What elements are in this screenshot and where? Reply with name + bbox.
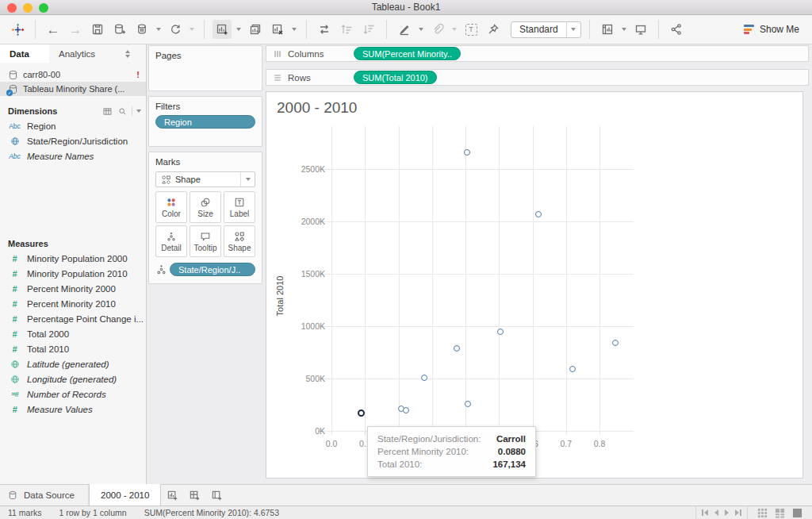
presentation-mode-button[interactable] — [631, 20, 650, 39]
undo-back-button[interactable]: ← — [44, 20, 63, 39]
show-me-button[interactable]: Show Me — [744, 24, 804, 35]
pause-auto-updates-dropdown[interactable] — [156, 28, 161, 31]
show-me-label: Show Me — [760, 24, 799, 35]
sheet-tab-2000-2010[interactable]: 2000 - 2010 — [89, 484, 161, 506]
measure-item[interactable]: #Total 2000 — [0, 326, 146, 341]
next-page-button[interactable] — [725, 509, 729, 516]
new-dashboard-tab-button[interactable] — [183, 485, 205, 506]
fix-axes-pin-button[interactable] — [484, 20, 503, 39]
previous-page-button[interactable] — [714, 509, 718, 516]
measure-item[interactable]: Latitude (generated) — [0, 356, 146, 371]
y-gridline — [318, 169, 634, 170]
tab-data-source[interactable]: Data Source — [0, 485, 89, 506]
x-gridline — [331, 126, 332, 435]
toolbar-separator — [306, 20, 307, 39]
scatter-point[interactable] — [612, 340, 619, 346]
plot-area[interactable]: 0.00.10.20.30.40.50.60.70.80K500K1000K15… — [266, 92, 802, 478]
measure-item[interactable]: #Percentage Point Change i... — [0, 311, 146, 326]
shape-button[interactable]: Shape — [224, 225, 255, 257]
run-update-dropdown[interactable] — [190, 28, 194, 31]
mark-type-caret[interactable] — [240, 172, 255, 186]
show-hide-cards-button[interactable] — [598, 20, 617, 39]
find-field-search-icon[interactable] — [117, 106, 128, 117]
highlight-button[interactable] — [395, 20, 414, 39]
scatter-point[interactable] — [535, 211, 542, 217]
scatter-point[interactable] — [421, 375, 427, 381]
new-worksheet-tab-button[interactable] — [161, 485, 183, 506]
filter-pill-region[interactable]: Region — [155, 115, 255, 129]
measure-item[interactable]: #Total 2010 — [0, 341, 146, 356]
save-button[interactable] — [88, 20, 107, 39]
measure-item[interactable]: #Minority Population 2010 — [0, 266, 146, 281]
x-axis-tick-label: 0.8 — [588, 439, 611, 448]
detail-pill-state-region[interactable]: State/Region/J.. — [170, 263, 255, 276]
datasource-item-selected[interactable]: ✓ Tableau Minority Share (... — [0, 82, 146, 96]
first-page-button[interactable] — [702, 509, 708, 516]
clear-sheet-button[interactable] — [268, 20, 287, 39]
measure-item[interactable]: =#Number of Records — [0, 386, 146, 402]
datasource-item[interactable]: carr80-00 ! — [0, 67, 146, 82]
run-update-refresh-button[interactable] — [166, 20, 185, 39]
measure-item[interactable]: #Minority Population 2000 — [0, 251, 146, 266]
dimensions-menu-caret[interactable] — [136, 110, 141, 113]
scatter-point-selected[interactable] — [358, 409, 365, 417]
show-mark-labels-button[interactable]: T — [462, 20, 481, 39]
marks-count: 11 marks — [8, 508, 41, 517]
dimensions-header: Dimensions — [0, 104, 146, 118]
scatter-point[interactable] — [497, 329, 504, 335]
detail-button[interactable]: Detail — [155, 225, 187, 257]
new-worksheet-dropdown[interactable] — [236, 28, 241, 31]
new-story-tab-button[interactable] — [205, 485, 228, 506]
new-data-source-button[interactable] — [110, 20, 129, 39]
fit-mode-caret[interactable] — [566, 22, 580, 37]
highlight-dropdown[interactable] — [419, 28, 423, 31]
show-whole-view-button[interactable] — [788, 508, 806, 518]
group-members-icon[interactable] — [428, 20, 447, 39]
swap-rows-columns-button[interactable] — [315, 20, 334, 39]
fit-mode-select[interactable]: Standard — [511, 21, 581, 38]
pane-sort-icon[interactable] — [125, 50, 130, 58]
tooltip-button[interactable]: Tooltip — [190, 225, 221, 257]
show-cells-view-button[interactable] — [753, 508, 771, 518]
view-data-grid-icon[interactable] — [102, 106, 113, 117]
show-headers-view-button[interactable] — [771, 508, 788, 518]
rows-pill-sum-total-2010[interactable]: SUM(Total 2010) — [354, 71, 437, 84]
columns-shelf[interactable]: Columns SUM(Percent Minority.. — [266, 45, 809, 62]
scatter-point[interactable] — [465, 401, 471, 407]
rows-shelf[interactable]: Rows SUM(Total 2010) — [266, 69, 809, 86]
color-button[interactable]: Color — [155, 191, 187, 223]
sort-ascending-button[interactable] — [337, 20, 356, 39]
last-page-button[interactable] — [735, 509, 741, 516]
measure-item[interactable]: #Measure Values — [0, 402, 146, 417]
scatter-point[interactable] — [403, 407, 409, 413]
columns-pill-sum-percent-minority[interactable]: SUM(Percent Minority.. — [354, 47, 461, 60]
dimension-item[interactable]: State/Region/Jurisdiction — [0, 133, 146, 148]
group-members-dropdown[interactable] — [452, 28, 457, 31]
mark-type-select[interactable]: Shape — [155, 171, 255, 187]
clear-sheet-dropdown[interactable] — [292, 28, 297, 31]
scatter-point[interactable] — [454, 345, 460, 352]
sort-descending-button[interactable] — [359, 20, 378, 39]
redo-forward-button[interactable]: → — [66, 20, 85, 39]
tab-data[interactable]: Data — [0, 44, 49, 63]
duplicate-sheet-button[interactable] — [246, 20, 265, 39]
show-hide-cards-dropdown[interactable] — [622, 28, 626, 31]
dimension-item[interactable]: Abc Region — [0, 118, 146, 133]
scatter-point[interactable] — [464, 149, 470, 156]
tab-analytics[interactable]: Analytics — [49, 44, 146, 63]
detail-dots-icon — [155, 263, 167, 275]
x-gridline — [499, 126, 500, 435]
toolbar-separator — [589, 20, 590, 39]
scatter-point[interactable] — [569, 366, 576, 372]
dimension-item[interactable]: Abc Measure Names — [0, 148, 146, 163]
pause-auto-updates-button[interactable] — [132, 20, 151, 39]
share-button[interactable] — [667, 20, 686, 39]
label-button[interactable]: Label — [224, 191, 255, 223]
measure-item[interactable]: Longitude (generated) — [0, 371, 146, 386]
new-worksheet-button[interactable] — [213, 20, 232, 39]
status-bar: 11 marks 1 row by 1 column SUM(Percent M… — [0, 506, 812, 519]
size-button[interactable]: Size — [190, 191, 221, 223]
measure-item[interactable]: #Percent Minority 2010 — [0, 296, 146, 311]
measure-item[interactable]: #Percent Minority 2000 — [0, 281, 146, 296]
measures-header: Measures — [0, 236, 146, 251]
